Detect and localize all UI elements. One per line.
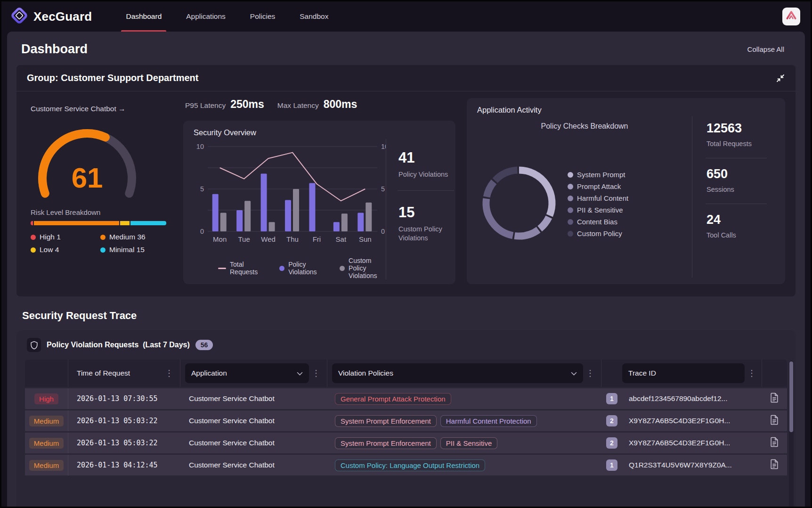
table-row[interactable]: Medium2026-01-13 04:12:45Customer Servic… (25, 455, 787, 475)
group-panel: Group: Customer Support Department Custo… (16, 65, 796, 296)
svg-text:5: 5 (381, 185, 385, 193)
policy-violations-label: Policy Violations (398, 170, 460, 179)
custom-policy-violations-value: 15 (398, 204, 460, 221)
application-name: Customer Service Chatbot (189, 439, 275, 447)
svg-text:Wed: Wed (261, 235, 276, 243)
trace-id-menu-icon[interactable]: ⋮ (745, 368, 759, 378)
brand[interactable]: XecGuard (10, 6, 92, 27)
table-row[interactable]: Medium2026-01-13 05:03:22Customer Servic… (25, 433, 787, 453)
trace-table-body: High2026-01-13 07:30:55Customer Service … (25, 388, 787, 475)
trace-id-column-header[interactable]: Trace ID ⋮ (622, 360, 762, 387)
policy-tag: System Prompt Enforcement (335, 415, 437, 427)
svg-text:Sat: Sat (336, 235, 347, 243)
severity-badge: Medium (29, 438, 64, 449)
risk-legend-item-low: Low 4 (31, 246, 100, 254)
table-row[interactable]: High2026-01-13 07:30:55Customer Service … (25, 388, 787, 409)
svg-text:0: 0 (381, 228, 385, 235)
donut-legend-item: Harmful Content (568, 194, 628, 202)
request-time: 2026-01-13 04:12:45 (77, 461, 158, 469)
time-column-header[interactable]: Time of Request ⋮ (68, 360, 180, 387)
violation-count-badge: 2 (606, 415, 617, 426)
policies-column-header[interactable]: Violation Policies ⋮ (327, 360, 601, 387)
legend-line-icon (218, 268, 226, 269)
legend-dot-icon (31, 235, 36, 240)
collapse-group-icon[interactable] (776, 74, 785, 83)
page-title: Dashboard (21, 42, 88, 57)
policy-violations-value: 41 (398, 149, 460, 166)
trace-id[interactable]: abcdef1234567890abcdef12... (629, 394, 727, 403)
xecguard-logo-icon (10, 6, 29, 27)
risk-segment-low (120, 221, 130, 225)
stat-label: Total Requests (706, 139, 776, 148)
table-scrollbar-thumb[interactable] (789, 361, 793, 432)
mountain-logo-icon (784, 8, 798, 25)
application-activity-card: Application Activity Policy Checks Break… (467, 98, 785, 284)
legend-dot-icon (279, 266, 284, 271)
nav-item-sandbox[interactable]: Sandbox (287, 1, 341, 32)
table-scrollbar (789, 361, 794, 508)
legend-dot-icon (568, 219, 573, 225)
svg-text:Fri: Fri (313, 235, 321, 243)
collapse-all-button[interactable]: Collapse All (747, 45, 791, 53)
workspace-logo[interactable] (782, 8, 800, 25)
policies-filter[interactable]: Violation Policies (332, 363, 583, 383)
document-icon[interactable] (770, 459, 779, 472)
max-latency-label: Max Latency (277, 101, 319, 110)
svg-text:10: 10 (196, 143, 204, 150)
application-filter[interactable]: Application (185, 363, 309, 383)
risk-legend: High 1Medium 36Low 4Minimal 15 (31, 233, 170, 254)
policy-checks-donut (477, 161, 561, 247)
legend-dot-icon (568, 207, 573, 213)
custom-policy-violations-label: Custom Policy Violations (398, 225, 450, 243)
legend-dot-icon (568, 196, 573, 201)
application-activity-title: Application Activity (477, 106, 776, 115)
trace-id[interactable]: X9Y8Z7A6B5C4D3E2F1G0H... (629, 439, 730, 447)
nav-item-policies[interactable]: Policies (238, 1, 287, 32)
application-column-header[interactable]: Application ⋮ (180, 360, 327, 387)
time-menu-icon[interactable]: ⋮ (162, 368, 176, 378)
severity-badge: High (34, 393, 58, 404)
svg-text:Mon: Mon (213, 235, 227, 243)
security-overview-title: Security Overview (194, 128, 446, 137)
policy-checks-breakdown-title: Policy Checks Breakdown (477, 122, 692, 131)
legend-dot-icon (100, 235, 106, 240)
brand-name: XecGuard (33, 9, 92, 24)
donut-legend-item: Prompt Attack (568, 182, 628, 190)
svg-text:0: 0 (200, 228, 204, 235)
nav-item-applications[interactable]: Applications (174, 1, 238, 32)
trace-id[interactable]: Q1R2S3T4U5V6W7X8Y9Z0A... (629, 461, 732, 469)
document-icon[interactable] (770, 392, 779, 405)
policy-tag: PII & Sensitive (440, 437, 498, 449)
policy-checks-legend: System PromptPrompt AttackHarmful Conten… (568, 171, 628, 238)
trace-panel-title: Policy Violation Requests (Last 7 Days) (47, 341, 190, 349)
svg-text:Tue: Tue (238, 235, 250, 243)
stat-label: Tool Calls (706, 231, 776, 240)
policy-tag: Custom Policy: Language Output Restricti… (335, 459, 485, 471)
application-menu-icon[interactable]: ⋮ (309, 368, 323, 378)
trace-id-filter[interactable]: Trace ID (622, 363, 745, 383)
application-name: Customer Service Chatbot (189, 461, 275, 469)
chart-legend-item: Policy Violations (279, 261, 325, 276)
legend-dot-icon (568, 172, 573, 178)
risk-legend-item-high: High 1 (31, 233, 100, 241)
chart-legend-item: Custom Policy Violations (340, 257, 386, 279)
nav-item-dashboard[interactable]: Dashboard (114, 1, 174, 32)
trace-table-header: Time of Request ⋮ Application ⋮ (25, 360, 787, 387)
application-link[interactable]: Customer Service Chatbot → (31, 105, 126, 113)
risk-segment-minimal (130, 221, 166, 225)
document-icon[interactable] (770, 414, 779, 427)
risk-gauge: 61 (28, 123, 170, 200)
svg-text:61: 61 (72, 162, 103, 194)
dashboard-page: Dashboard Collapse All Group: Customer S… (7, 32, 805, 508)
document-icon[interactable] (770, 436, 779, 450)
trace-id[interactable]: X9Y8Z7A6B5C4D3E2F1G0H... (629, 417, 730, 425)
violation-count-badge: 2 (606, 437, 617, 449)
risk-legend-item-medium: Medium 36 (100, 233, 170, 241)
security-overview-legend: Total RequestsPolicy ViolationsCustom Po… (218, 257, 386, 279)
table-row[interactable]: Medium2026-01-13 05:03:22Customer Servic… (25, 410, 787, 431)
security-request-trace-title: Security Request Trace (22, 310, 796, 322)
legend-dot-icon (100, 247, 106, 253)
policies-menu-icon[interactable]: ⋮ (583, 368, 597, 378)
svg-text:Thu: Thu (286, 235, 299, 243)
svg-text:5: 5 (200, 185, 204, 193)
